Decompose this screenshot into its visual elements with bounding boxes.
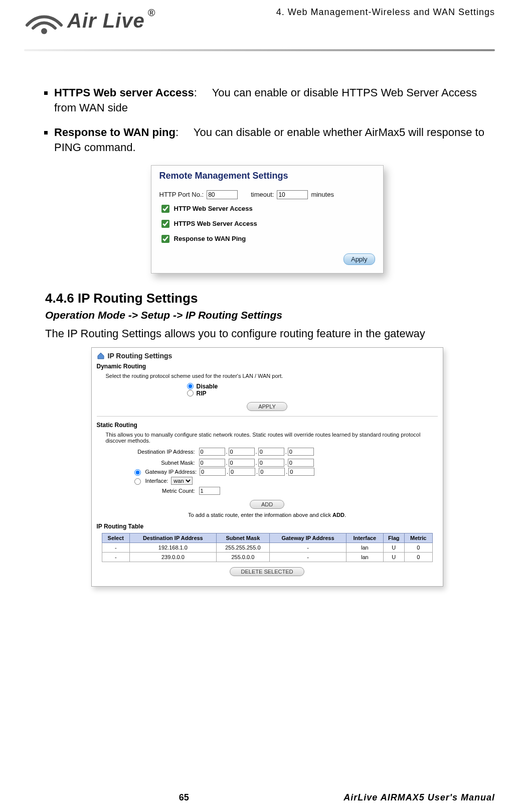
logo-tm: ® [148,7,155,19]
dest-ip-octet-3[interactable] [258,448,284,456]
routing-table: Select Destination IP Address Subnet Mas… [102,533,433,562]
subnet-mask-label: Subnet Mask: [117,460,197,466]
mask-octet-4[interactable] [288,459,314,467]
http-access-checkbox[interactable] [161,205,169,213]
col-gateway: Gateway IP Address [270,533,347,543]
section-breadcrumb: Operation Mode -> Setup -> IP Routing Se… [45,309,489,321]
dynamic-disable-radio[interactable] [187,383,194,389]
dynamic-rip-label: RIP [197,390,207,397]
routing-table-heading: IP Routing Table [97,523,438,530]
svg-point-0 [41,28,47,34]
dest-ip-octet-1[interactable] [199,448,225,456]
dynamic-rip-radio[interactable] [187,390,194,396]
logo-text: Air Live [67,10,145,32]
dest-ip-octet-4[interactable] [288,448,314,456]
col-flag: Flag [383,533,404,543]
delete-selected-button[interactable]: DELETE SELECTED [230,567,305,576]
col-metric: Metric [404,533,432,543]
gw-octet-1[interactable] [200,468,226,476]
figure-ip-routing: IP Routing Settings Dynamic Routing Sele… [91,347,443,587]
add-route-help: To add a static route, enter the informa… [97,512,438,518]
dynamic-routing-heading: Dynamic Routing [97,363,438,370]
timeout-suffix: minutes [311,191,334,198]
section-heading: 4.4.6 IP Routing Settings [45,291,489,306]
http-port-label: HTTP Port No.: [159,191,204,198]
bullet-https-label: HTTPS Web server Access [54,86,194,99]
subnet-mask-octets: . . . [199,459,438,467]
mask-octet-2[interactable] [229,459,255,467]
col-mask: Subnet Mask [216,533,269,543]
dest-ip-octet-2[interactable] [229,448,255,456]
mask-octet-1[interactable] [199,459,225,467]
bullet-ping: Response to WAN ping: You can disable or… [54,125,489,155]
http-port-input[interactable] [207,190,238,199]
gateway-radio[interactable] [134,469,141,476]
col-interface: Interface [347,533,384,543]
col-dest: Destination IP Address [130,533,217,543]
apply-button[interactable]: Apply [343,253,375,265]
wan-ping-label: Response to WAN Ping [174,235,246,242]
chapter-title: 4. Web Management-Wireless and WAN Setti… [276,7,495,18]
divider [97,416,438,417]
static-routing-help: This allows you to manually configure st… [106,432,438,444]
interface-label: Interface: [145,478,168,484]
https-access-label: HTTPS Web Server Access [174,220,257,227]
add-route-button[interactable]: ADD [250,500,284,509]
header-divider [24,49,495,51]
interface-radio[interactable] [134,478,141,485]
wifi-icon [24,5,64,36]
manual-name: AirLive AIRMAX5 User's Manual [343,792,495,803]
fig2-title: IP Routing Settings [108,352,172,360]
wan-ping-checkbox[interactable] [161,235,169,243]
page-number: 65 [24,792,343,803]
https-access-checkbox[interactable] [161,220,169,228]
table-row: - 239.0.0.0 255.0.0.0 - lan U 0 [102,552,432,562]
http-access-label: HTTP Web Server Access [174,205,253,212]
figure-remote-management: Remote Management Settings HTTP Port No.… [151,165,384,274]
section-intro: The IP Routing Settings allows you to co… [45,327,489,340]
timeout-input[interactable] [277,190,308,199]
metric-label: Metric Count: [117,488,197,494]
brand-logo: Air Live ® [24,5,155,36]
dest-ip-octets: . . . [199,448,438,456]
interface-select[interactable]: wan [171,477,193,485]
bullet-ping-label: Response to WAN ping [54,126,176,139]
bullet-https: HTTPS Web server Access: You can enable … [54,85,489,115]
remote-management-title: Remote Management Settings [159,171,375,181]
gw-octet-4[interactable] [288,468,314,476]
static-routing-heading: Static Routing [97,422,438,429]
gateway-label: Gateway IP Address: [145,469,197,475]
table-row: - 192.168.1.0 255.255.255.0 - lan U 0 [102,543,432,552]
feature-bullet-list: HTTPS Web server Access: You can enable … [45,85,489,155]
gw-octet-3[interactable] [259,468,285,476]
timeout-label: timeout: [251,191,274,198]
home-icon [97,352,105,359]
metric-input[interactable] [199,487,220,495]
dest-ip-label: Destination IP Address: [117,449,197,455]
gw-octet-2[interactable] [229,468,255,476]
dynamic-disable-label: Disable [197,383,218,390]
mask-octet-3[interactable] [258,459,284,467]
dynamic-routing-help: Select the routing protocol scheme used … [106,373,438,379]
col-select: Select [102,533,130,543]
dynamic-apply-button[interactable]: APPLY [247,402,287,411]
